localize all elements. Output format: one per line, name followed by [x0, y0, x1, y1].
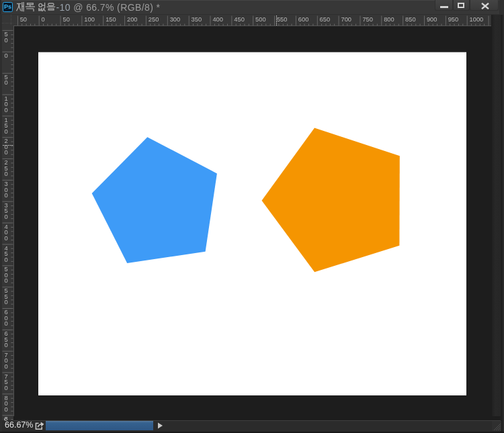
svg-text:950: 950	[448, 16, 458, 23]
svg-text:0: 0	[4, 406, 7, 413]
svg-text:0: 0	[4, 149, 7, 156]
svg-text:0: 0	[4, 171, 7, 177]
svg-text:0: 0	[4, 107, 7, 113]
svg-text:0: 0	[4, 37, 7, 44]
svg-text:0: 0	[4, 342, 7, 348]
svg-text:800: 800	[384, 16, 394, 23]
svg-text:0: 0	[4, 299, 7, 305]
svg-text:0: 0	[4, 52, 7, 59]
svg-text:50: 50	[62, 16, 69, 23]
svg-text:200: 200	[127, 16, 138, 23]
svg-text:1050: 1050	[491, 16, 491, 23]
svg-text:150: 150	[106, 16, 116, 23]
svg-text:0: 0	[4, 79, 7, 86]
svg-text:300: 300	[169, 16, 180, 23]
svg-text:500: 500	[255, 16, 266, 23]
svg-text:700: 700	[341, 16, 351, 23]
svg-text:0: 0	[4, 192, 7, 199]
svg-text:250: 250	[148, 16, 159, 23]
svg-text:900: 900	[426, 16, 437, 23]
svg-text:0: 0	[4, 320, 7, 327]
svg-text:0: 0	[4, 128, 7, 135]
svg-text:0: 0	[41, 16, 44, 23]
svg-text:0: 0	[4, 277, 7, 284]
svg-text:450: 450	[234, 16, 245, 23]
svg-text:750: 750	[362, 16, 373, 23]
svg-text:350: 350	[191, 16, 202, 23]
svg-text:400: 400	[212, 16, 223, 23]
svg-text:0: 0	[4, 213, 7, 220]
svg-text:0: 0	[4, 385, 7, 391]
svg-text:550: 550	[276, 16, 287, 23]
svg-text:0: 0	[4, 235, 7, 242]
svg-text:600: 600	[298, 16, 308, 23]
svg-text:50: 50	[19, 16, 26, 23]
svg-text:100: 100	[84, 16, 95, 23]
svg-text:850: 850	[405, 16, 416, 23]
svg-text:1000: 1000	[469, 16, 483, 23]
svg-text:650: 650	[319, 16, 330, 23]
svg-text:0: 0	[4, 363, 7, 370]
svg-text:0: 0	[4, 256, 7, 263]
